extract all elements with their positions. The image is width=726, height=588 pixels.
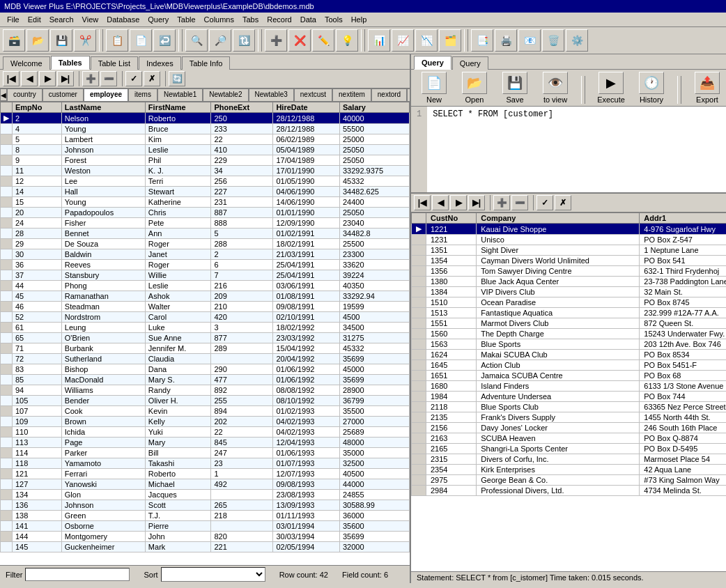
tab-welcome[interactable]: Welcome	[3, 56, 50, 70]
table-cell[interactable]: 288	[211, 239, 273, 249]
table-row[interactable]: 109BrownKelly20204/02/199327000	[1, 417, 410, 427]
toolbar-btn-6[interactable]: 📄	[130, 29, 152, 52]
table-cell[interactable]: 218	[211, 511, 273, 521]
table-cell[interactable]: 877	[211, 333, 273, 343]
table-cell[interactable]: 892	[211, 385, 273, 396]
table-cell[interactable]: 209	[211, 291, 273, 302]
results-col-custno[interactable]: CustNo	[426, 213, 477, 224]
menu-database[interactable]: Database	[102, 14, 144, 25]
table-cell[interactable]: 85	[13, 375, 62, 385]
table-cell[interactable]: 113	[13, 438, 62, 448]
table-row[interactable]: 1510Ocean ParadisePO Box 8745	[412, 297, 727, 308]
table-row[interactable]: 11WestonK. J.3417/01/199033292.9375	[1, 166, 410, 176]
table-cell[interactable]: Sutherland	[61, 354, 145, 364]
query-history[interactable]: 🕐 History	[634, 72, 669, 104]
table-cell[interactable]: 35699	[339, 532, 409, 542]
table-cell[interactable]: 3	[211, 323, 273, 333]
table-cell[interactable]: 01/06/1993	[273, 448, 339, 458]
tab-newtable2[interactable]: Newtable2	[203, 88, 248, 101]
table-cell[interactable]: 32 Main St.	[640, 287, 726, 297]
table-row[interactable]: 20PapadopoulosChris88701/01/199025050	[1, 208, 410, 218]
table-cell[interactable]: 61	[13, 323, 62, 333]
table-row[interactable]: 2135Frank's Divers Supply1455 North 44th…	[412, 412, 727, 423]
table-cell[interactable]: 4	[13, 124, 62, 134]
menu-record[interactable]: Record	[263, 14, 295, 25]
table-cell[interactable]: Yamamoto	[61, 458, 145, 469]
table-cell[interactable]: 127	[13, 479, 62, 490]
table-cell[interactable]: Yanowski	[61, 479, 145, 490]
table-cell[interactable]: Claudia	[145, 354, 211, 364]
table-cell[interactable]: Blue Sports Club	[477, 402, 640, 412]
table-cell[interactable]: 216	[211, 281, 273, 291]
table-cell[interactable]: 01/07/1993	[273, 458, 339, 469]
table-cell[interactable]: 250	[211, 113, 273, 124]
table-row[interactable]: 1560The Depth Charge15243 Underwater Fwy…	[412, 329, 727, 339]
table-row[interactable]: 1563Blue Sports203 12th Ave. Box 746	[412, 339, 727, 350]
employee-table[interactable]: EmpNo LastName FirstName PhoneExt HireDa…	[0, 102, 410, 565]
table-cell[interactable]: 34	[211, 166, 273, 176]
table-row[interactable]: 2118Blue Sports Club63365 Nez Perce Stre…	[412, 402, 727, 412]
toolbar-btn-22[interactable]: 🗑️	[542, 29, 564, 52]
table-cell[interactable]: 6133 1/3 Stone Avenue	[640, 381, 726, 392]
results-col-company[interactable]: Company	[477, 213, 640, 224]
tab-customer[interactable]: customer	[43, 88, 84, 101]
table-cell[interactable]: 420	[211, 312, 273, 323]
table-row[interactable]: 37StansburyWillie725/04/199139224	[1, 270, 410, 281]
nav-first[interactable]: |◀	[3, 71, 20, 86]
table-cell[interactable]: 410	[211, 145, 273, 155]
table-cell[interactable]: Ocean Paradise	[477, 297, 640, 308]
table-cell[interactable]: Lambert	[61, 134, 145, 145]
table-cell[interactable]: 30/03/1994	[273, 532, 339, 542]
query-export[interactable]: 📤 Export	[690, 72, 725, 104]
table-cell[interactable]: 40500	[339, 469, 409, 479]
table-cell[interactable]: 1551	[426, 318, 477, 329]
tab-query-1[interactable]: Query	[414, 56, 451, 70]
table-cell[interactable]: 2163	[426, 433, 477, 444]
table-row[interactable]: 1984Adventure UnderseaPO Box 744	[412, 392, 727, 402]
table-row[interactable]: 2315Divers of Corfu, Inc.Marmoset Place …	[412, 454, 727, 465]
table-cell[interactable]: 5	[211, 229, 273, 239]
table-cell[interactable]: Reeves	[61, 260, 145, 270]
toolbar-btn-20[interactable]: 🖨️	[495, 29, 517, 52]
table-cell[interactable]: 32000	[339, 542, 409, 552]
table-cell[interactable]: 4-976 Sugarloaf Hwy	[640, 224, 726, 235]
table-cell[interactable]: 30588.99	[339, 500, 409, 511]
table-cell[interactable]: 1984	[426, 392, 477, 402]
table-cell[interactable]: Tom Sawyer Diving Centre	[477, 266, 640, 277]
table-row[interactable]: 107CookKevin89401/02/199335500	[1, 406, 410, 417]
tab-newtable1[interactable]: Newtable1	[157, 88, 203, 101]
table-row[interactable]: 1356Tom Sawyer Diving Centre632-1 Third …	[412, 266, 727, 277]
table-row[interactable]: 138GreenT.J.21801/11/199336000	[1, 511, 410, 521]
table-cell[interactable]: Page	[61, 438, 145, 448]
table-row[interactable]: 44PhongLeslie21603/06/199140350	[1, 281, 410, 291]
table-cell[interactable]: O'Brien	[61, 333, 145, 343]
table-row[interactable]: 2163SCUBA HeavenPO Box Q-8874	[412, 433, 727, 444]
table-cell[interactable]: Jennifer M.	[145, 343, 211, 354]
table-cell[interactable]: VIP Divers Club	[477, 287, 640, 297]
table-cell[interactable]: Burbank	[61, 343, 145, 354]
table-cell[interactable]: 1 Neptune Lane	[640, 245, 726, 256]
table-cell[interactable]: 45332	[339, 176, 409, 187]
table-row[interactable]: 2984Professional Divers, Ltd.4734 Melind…	[412, 486, 727, 496]
table-cell[interactable]: 55500	[339, 124, 409, 134]
table-cell[interactable]: 33620	[339, 260, 409, 270]
table-cell[interactable]: 1513	[426, 308, 477, 318]
results-delete[interactable]: ➖	[511, 195, 528, 210]
table-cell[interactable]: 01/05/1990	[273, 176, 339, 187]
table-cell[interactable]: 477	[211, 375, 273, 385]
table-cell[interactable]: Montgomery	[61, 532, 145, 542]
table-cell[interactable]: Leslie	[145, 145, 211, 155]
table-cell[interactable]: Divers of Corfu, Inc.	[477, 454, 640, 465]
tab-indexes[interactable]: Indexes	[139, 56, 181, 70]
table-row[interactable]: 72SutherlandClaudia20/04/199235699	[1, 354, 410, 364]
table-cell[interactable]: 22	[211, 134, 273, 145]
table-cell[interactable]: 03/06/1991	[273, 281, 339, 291]
table-cell[interactable]: Parker	[61, 448, 145, 458]
table-cell[interactable]: 15/04/1992	[273, 343, 339, 354]
tab-query-2[interactable]: Query	[452, 56, 488, 70]
nav-refresh[interactable]: 🔄	[169, 71, 185, 86]
table-row[interactable]: 71BurbankJennifer M.28915/04/199245332	[1, 343, 410, 354]
table-cell[interactable]: 1624	[426, 350, 477, 360]
table-cell[interactable]: George Bean & Co.	[477, 475, 640, 486]
results-cancel[interactable]: ✗	[555, 195, 571, 210]
